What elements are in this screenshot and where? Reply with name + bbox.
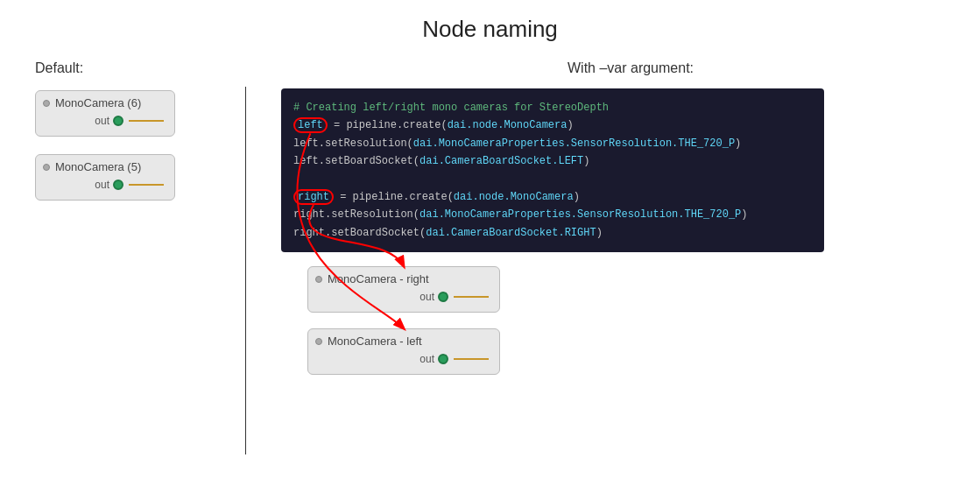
node-name-6: MonoCamera (6) (55, 96, 141, 109)
out-dot-named-left (438, 354, 448, 364)
node-monocamera-right: MonoCamera - right out (307, 266, 500, 313)
code-line-7: right.setResolution(dai.MonoCameraProper… (293, 206, 812, 223)
node-monocamera-left: MonoCamera - left out (307, 328, 500, 375)
out-label-left: out (419, 353, 434, 365)
code-line-2: left = pipeline.create(dai.node.MonoCame… (293, 116, 812, 134)
right-panel: With –var argument: # Creating left/righ… (246, 60, 980, 489)
out-dot-6 (113, 116, 123, 126)
code-line-3: left.setResolution(dai.MonoCameraPropert… (293, 135, 812, 152)
node-name-left: MonoCamera - left (328, 335, 422, 348)
connector-5 (129, 184, 164, 186)
connector-6 (129, 120, 164, 122)
out-dot-5 (113, 180, 123, 190)
left-panel: Default: MonoCamera (6) out MonoCamera (… (0, 60, 245, 489)
out-label-5: out (95, 179, 109, 191)
node-dot-right (315, 276, 322, 283)
connector-right (454, 296, 489, 298)
out-label-right: out (419, 291, 434, 303)
page-title: Node naming (0, 0, 980, 43)
with-var-label: With –var argument: (281, 60, 980, 76)
code-line-1: # Creating left/right mono cameras for S… (293, 99, 812, 116)
default-nodes: MonoCamera (6) out MonoCamera (5) out (35, 90, 245, 201)
out-label-6: out (95, 115, 109, 127)
node-name-5: MonoCamera (5) (55, 160, 141, 173)
node-monocamera-6: MonoCamera (6) out (35, 90, 175, 137)
code-line-6: right = pipeline.create(dai.node.MonoCam… (293, 188, 812, 206)
default-label: Default: (35, 60, 245, 76)
code-block: # Creating left/right mono cameras for S… (281, 88, 824, 252)
node-dot-5 (43, 164, 50, 171)
node-dot-left (315, 338, 322, 345)
node-dot-6 (43, 100, 50, 107)
connector-named-left (454, 358, 489, 360)
node-monocamera-5: MonoCamera (5) out (35, 154, 175, 201)
named-nodes-container: MonoCamera - right out MonoCamera - left… (307, 266, 980, 375)
code-line-4: left.setBoardSocket(dai.CameraBoardSocke… (293, 152, 812, 170)
code-line-5 (293, 171, 812, 188)
node-name-right: MonoCamera - right (328, 272, 429, 285)
out-dot-right (438, 292, 448, 302)
code-line-8: right.setBoardSocket(dai.CameraBoardSock… (293, 224, 812, 242)
